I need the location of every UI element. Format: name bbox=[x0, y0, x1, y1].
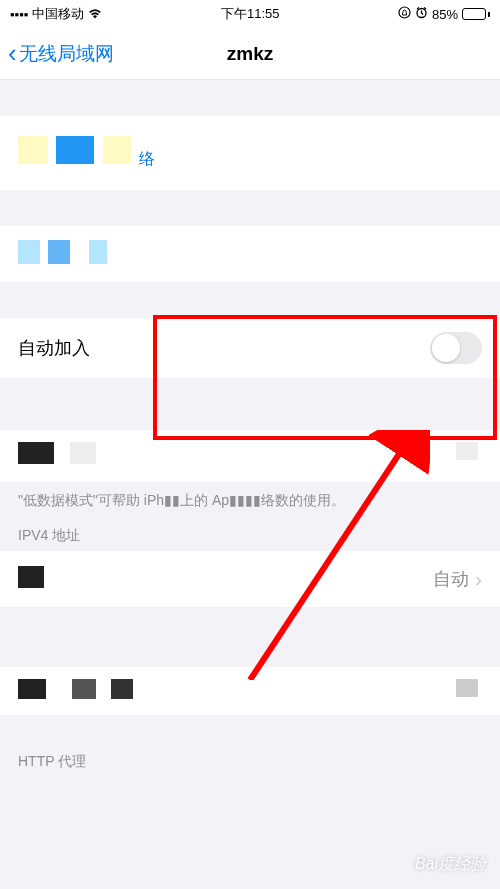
network-name-cell[interactable]: 络 bbox=[0, 116, 500, 190]
ipv4-header: IPV4 地址 bbox=[0, 519, 500, 551]
back-button[interactable]: ‹ 无线局域网 bbox=[8, 38, 114, 69]
low-data-cell[interactable] bbox=[0, 430, 500, 482]
ipv4-config-cell[interactable]: 自动 › bbox=[0, 551, 500, 607]
wifi-icon bbox=[88, 7, 102, 22]
carrier-label: 中国移动 bbox=[32, 5, 84, 23]
auto-join-cell: 自动加入 bbox=[0, 318, 500, 378]
status-bar: ▪▪▪▪ 中国移动 下午11:55 85% bbox=[0, 0, 500, 28]
chevron-right-icon: › bbox=[475, 568, 482, 591]
ipv4-config-value: 自动 bbox=[433, 567, 469, 591]
blurred-row[interactable] bbox=[0, 667, 500, 715]
auto-join-label: 自动加入 bbox=[18, 336, 90, 360]
low-data-footer: "低数据模式"可帮助 iPh▮▮上的 Ap▮▮▮▮络数的使用。 bbox=[0, 482, 500, 519]
nav-bar: ‹ 无线局域网 zmkz bbox=[0, 28, 500, 80]
signal-icon: ▪▪▪▪ bbox=[10, 7, 28, 22]
auto-join-toggle[interactable] bbox=[430, 332, 482, 364]
orientation-lock-icon bbox=[398, 6, 411, 22]
svg-point-0 bbox=[399, 7, 410, 18]
blurred-cell[interactable] bbox=[0, 226, 500, 282]
back-label: 无线局域网 bbox=[19, 41, 114, 67]
battery-icon bbox=[462, 8, 490, 20]
chevron-left-icon: ‹ bbox=[8, 38, 17, 69]
watermark: Bai度经验 bbox=[415, 854, 486, 875]
battery-percent: 85% bbox=[432, 7, 458, 22]
page-title: zmkz bbox=[227, 43, 273, 65]
alarm-icon bbox=[415, 6, 428, 22]
http-proxy-header: HTTP 代理 bbox=[0, 745, 500, 777]
time-label: 下午11:55 bbox=[102, 5, 398, 23]
